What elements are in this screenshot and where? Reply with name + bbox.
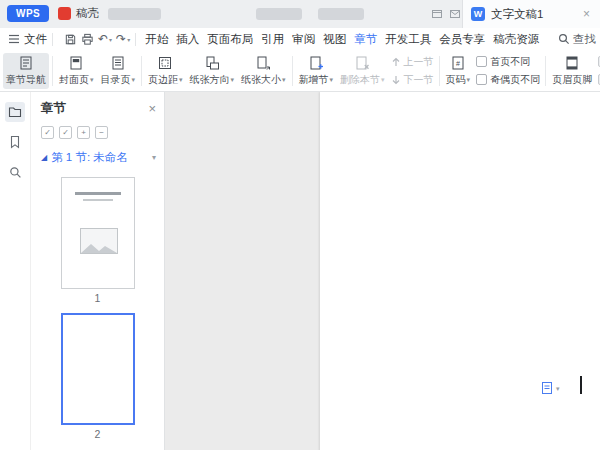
first-page-different-checkbox[interactable]: 首页不同 [476,55,540,69]
redo-icon: ↷ [116,33,126,45]
chevron-down-icon: ▾ [282,76,286,83]
wps-menu-button[interactable]: WPS [7,5,49,22]
tab-review[interactable]: 审阅 [292,32,315,47]
tab-insert[interactable]: 插入 [176,32,199,47]
menubar: 文件 ↶ ▾ ↷ ▾ 开始 [0,28,600,50]
ribbon-tabs: 开始 插入 页面布局 引用 审阅 视图 章节 开发工具 会员专享 稿壳资源 [145,32,539,47]
panel-title: 章节 [41,100,148,117]
expander-icon[interactable]: ◢ [41,154,47,162]
tab-page-layout[interactable]: 页面布局 [207,32,253,47]
hamburger-icon [8,34,20,44]
margins-icon [157,55,173,71]
file-menu[interactable]: 文件 [8,32,47,47]
tab-member[interactable]: 会员专享 [439,32,485,47]
thumbnail-image-placeholder [80,228,118,254]
section-header-row[interactable]: ◢ 第 1 节: 未命名 ▾ [31,139,164,165]
titlebar-message-icon[interactable] [448,7,462,21]
wps-writer-window: WPS 稿壳 W 文字文稿1 × 文件 [0,0,600,450]
checkbox-icon [476,56,487,67]
next-section-button[interactable]: 下一节 [391,73,434,87]
button-label: 页码 [446,73,466,87]
undo-button[interactable]: ↶ ▾ [98,33,112,45]
section-navigation-button[interactable]: 章节导航 [3,53,49,89]
paper-size-button[interactable]: 纸张大小▾ [238,53,289,89]
redacted-tab[interactable] [318,8,364,20]
arrow-up-icon [391,57,401,67]
button-label: 目录页 [101,73,131,87]
text-cursor [580,376,582,394]
writer-doc-icon: W [471,7,485,21]
titlebar-window-icon[interactable] [430,7,444,21]
paper-size-icon [255,55,271,71]
cover-page-button[interactable]: 封面页▾ [56,53,97,89]
thumbnail-title-line [75,192,121,195]
button-label: 封面页 [59,73,89,87]
button-label: 删除本节 [340,73,380,87]
section-label: 第 1 节: 未命名 [51,150,148,165]
bookmark-panel-button[interactable] [5,132,25,152]
tab-resources[interactable]: 稿壳资源 [493,32,539,47]
button-label: 页眉页脚 [552,73,592,87]
save-icon [64,33,77,46]
orientation-button[interactable]: 纸张方向▾ [187,53,238,89]
button-label: 页边距 [148,73,178,87]
delete-section-button[interactable]: 删除本节▾ [337,53,388,89]
divider [52,33,53,46]
panel-tool-icon-1[interactable]: ✓ [41,126,54,139]
divider [141,56,142,86]
find-button[interactable]: 查找 [558,28,596,50]
chevron-down-icon: ▾ [179,76,183,83]
save-button[interactable] [64,33,77,46]
prev-section-button[interactable]: 上一节 [391,55,434,69]
chevron-down-icon: ▾ [90,76,94,83]
app-logo-icon [58,7,71,20]
chevron-down-icon: ▾ [109,36,112,43]
close-tab-icon[interactable]: × [581,7,592,21]
header-footer-icon [564,55,580,71]
redo-button[interactable]: ↷ ▾ [116,33,130,45]
odd-even-different-checkbox[interactable]: 奇偶页不同 [476,73,540,87]
section-nav-icon [18,55,34,71]
page-thumbnails: 1 2 [31,177,164,449]
redacted-tab[interactable] [108,8,161,20]
section-navigation-panel-button[interactable] [5,102,25,122]
chevron-down-icon: ▾ [467,76,471,83]
document-tab-label: 文字文稿1 [491,7,575,22]
search-icon [558,33,570,45]
page-number-button[interactable]: # 页码▾ [443,53,474,89]
document-page[interactable]: ▾ [320,92,600,450]
delete-section-icon [354,55,370,71]
panel-tool-collapse-icon[interactable]: − [95,126,108,139]
tab-section[interactable]: 章节 [354,32,377,47]
tab-references[interactable]: 引用 [261,32,284,47]
app-home-tab[interactable]: 稿壳 [58,6,99,21]
app-tab-label: 稿壳 [76,6,99,21]
header-footer-button[interactable]: 页眉页脚 [549,53,595,89]
tab-home[interactable]: 开始 [145,32,168,47]
page-format-widget[interactable]: ▾ [541,381,560,395]
document-tab[interactable]: W 文字文稿1 × [462,0,600,28]
print-button[interactable] [81,33,94,46]
left-panel-strip [0,92,30,450]
toc-page-button[interactable]: 目录页▾ [98,53,139,89]
page-format-icon [541,381,553,395]
page-number-icon: # [450,55,466,71]
page-thumbnail-2[interactable] [61,313,135,425]
panel-tool-icon-2[interactable]: ✓ [59,126,72,139]
folder-icon [8,105,22,119]
button-label: 新增节 [299,73,329,87]
add-section-button[interactable]: 新增节▾ [296,53,337,89]
page-thumbnail-1[interactable] [61,177,135,289]
redacted-tab[interactable] [256,8,302,20]
panel-tool-expand-icon[interactable]: + [77,126,90,139]
button-label: 纸张大小 [241,73,281,87]
margins-button[interactable]: 页边距▾ [145,53,186,89]
divider [545,56,546,86]
tab-view[interactable]: 视图 [323,32,346,47]
tab-dev-tools[interactable]: 开发工具 [385,32,431,47]
find-panel-button[interactable] [5,162,25,182]
find-label: 查找 [573,32,596,47]
chevron-down-icon[interactable]: ▾ [152,153,156,162]
close-panel-icon[interactable]: × [148,102,156,115]
checkbox-label: 奇偶页不同 [490,73,540,87]
